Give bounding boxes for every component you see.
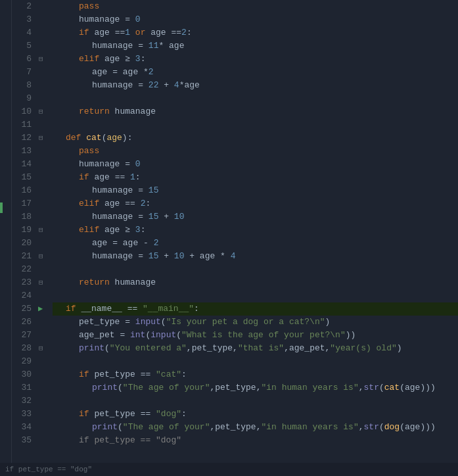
token: , [187,342,192,355]
token: age [200,250,215,263]
token: 4 [174,79,179,92]
token: age [405,381,420,394]
token: 2 [141,197,146,210]
code-line [53,118,458,131]
token: , [325,342,331,355]
code-line: if age == 1: [53,171,458,184]
fold-icon[interactable]: ⊟ [39,224,43,237]
token: age [184,79,199,92]
line-number: 18 [12,210,32,224]
token: , [256,421,262,434]
token: age [104,197,125,210]
token: print [92,381,118,394]
token: , [210,421,215,434]
token: age [94,171,114,184]
token: ( [379,381,384,394]
token: 22 [149,79,159,92]
token: pet_type [215,421,256,434]
code-line [53,92,458,105]
token: age [169,39,184,53]
bottom-bar-text: if pet_type == "dog" [5,465,92,473]
token: , [256,381,262,394]
fold-icon[interactable]: ⊟ [39,105,43,118]
gutter-cell [37,39,50,53]
token: = [133,79,148,92]
token: * [143,66,149,79]
code-line [53,263,458,276]
token: , [359,381,364,394]
gutter-cell [37,289,50,302]
code-line: humanage = 0 [53,13,458,26]
token: humanage [115,105,156,118]
token: == [115,26,126,39]
fold-icon[interactable]: ⊟ [39,276,43,289]
line-number: 12 [12,131,32,145]
line-number: 24 [12,289,32,302]
code-line: humanage = 15 + 10 [53,210,458,224]
gutter-cell [37,184,50,197]
token: 10 [174,210,185,224]
token: pass [79,145,99,158]
token: = [133,210,148,224]
line-number: 25 [12,302,32,316]
code-line: humanage = 22 + 4*age [53,79,458,92]
gutter-cell: ⊟ [37,250,50,263]
fold-icon[interactable]: ⊟ [39,342,43,355]
gutter-cell [37,381,50,394]
token: return [79,105,115,118]
line-number: 22 [12,263,32,276]
token: if [79,368,94,381]
token: elif [79,224,104,237]
token: "The age of your" [123,381,210,394]
fold-icon[interactable]: ⊟ [39,250,43,263]
gutter-cell [37,79,50,92]
code-line: age_pet = int(input("What is the age of … [53,329,458,342]
token: or [135,26,150,39]
token: 15 [149,250,159,263]
token: pass [79,0,99,13]
token: elif [79,53,104,66]
token: "cat" [156,368,181,381]
token: age [104,224,125,237]
code-line: age = age - 2 [53,237,458,250]
line-number: 5 [12,39,32,53]
code-line: humanage = 0 [53,158,458,171]
line-number: 32 [12,394,32,408]
code-line: elif age ≥ 3: [53,224,458,237]
line-number: 14 [12,158,32,171]
token: age [150,26,171,39]
token: ) [397,342,402,355]
token: ( [400,421,405,434]
line-number: 11 [12,118,32,131]
token: age_pet [79,329,115,342]
token: humanage [115,276,156,289]
code-line: if age ==1 or age ==2: [53,26,458,39]
token: 1 [130,171,135,184]
token: return [79,276,115,289]
token: == [141,408,156,421]
token: )) [346,329,356,342]
code-line: print("The age of your",pet_type,"in hum… [53,381,458,394]
token: ( [118,381,123,394]
token: = [133,250,148,263]
token: pet_type [215,381,256,394]
token: = [120,316,135,329]
token: * [158,39,169,53]
token: input [150,329,176,342]
line-number: 9 [12,92,32,105]
fold-icon[interactable]: ⊟ [39,131,43,145]
token: ( [118,421,123,434]
token: 0 [135,13,141,26]
line-number: 28 [12,342,32,355]
fold-icon[interactable]: ⊟ [39,53,43,66]
token: 15 [149,210,159,224]
token: ( [145,329,150,342]
gutter-cell [37,316,50,329]
code-line: if pet_type == "cat": [53,368,458,381]
token: "year(s) old" [330,342,396,355]
token: , [210,381,215,394]
code-line: pass [53,0,458,13]
line-number: 29 [12,355,32,368]
gutter-cell [37,263,50,276]
token: age_pet [289,342,325,355]
